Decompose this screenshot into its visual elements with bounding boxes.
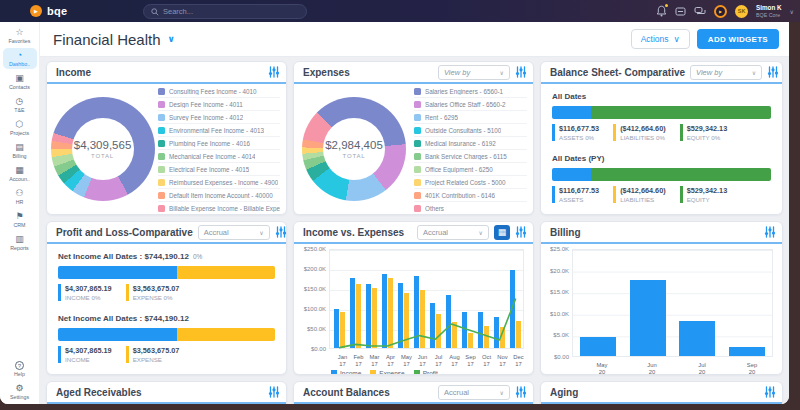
legend-item[interactable]: Project Related Costs - 5000 [414, 176, 527, 189]
sidebar-item-hr[interactable]: ⚇HR [3, 186, 37, 207]
table-view-toggle-icon[interactable]: ▦ [494, 225, 510, 240]
legend-item[interactable]: Reimbursed Expenses - Income - 4900 [158, 176, 280, 189]
bqe-app-icon[interactable]: ▶ [714, 5, 727, 18]
x-tick-label: May20 [577, 362, 627, 375]
sidebar-item-help[interactable]: ?Help [3, 359, 37, 379]
legend-item[interactable]: Mechanical Fee Income - 4014 [158, 150, 280, 163]
actions-button[interactable]: Actions∨ [631, 29, 690, 49]
user-menu[interactable]: Simon K BQE Core [756, 4, 782, 17]
section-percent: 0% [193, 253, 202, 260]
legend-item[interactable]: Default Item Income Account - 40000 [158, 189, 280, 202]
y-tick-label: $50.0K [307, 326, 326, 332]
legend-item[interactable]: Medical Insurance - 6192 [414, 137, 527, 150]
legend-swatch [414, 205, 421, 212]
sidebar-item-crm[interactable]: ⚑CRM [3, 209, 37, 230]
bqe-logo[interactable]: ▶ bqe [30, 5, 67, 17]
filter-icon[interactable] [515, 226, 527, 238]
legend-item[interactable]: Electrical Fee Income - 4015 [158, 163, 280, 176]
filter-icon[interactable] [275, 226, 287, 238]
legend-item[interactable]: Expense [370, 370, 404, 375]
legend-item[interactable]: Plumbing Fee Income - 4016 [158, 137, 280, 150]
filter-icon[interactable] [515, 386, 527, 398]
filter-icon[interactable] [767, 66, 779, 78]
page-title-chevron-icon[interactable]: ∨ [168, 34, 175, 44]
chevron-down-icon[interactable]: ∨ [790, 8, 794, 15]
expense-bar [404, 293, 409, 348]
section-stats: $4,307,865.19INCOME 0%$3,563,675.07EXPEN… [58, 284, 275, 301]
chevron-down-icon: ∨ [479, 229, 483, 236]
stat-item: $529,342.13EQUITY [680, 186, 728, 203]
legend-item[interactable]: Design Fee Income - 4011 [158, 98, 280, 111]
sidebar-item-accoun[interactable]: ▦Accoun.. [3, 163, 37, 184]
section-title: Net Income All Dates : $744,190.120% [58, 252, 275, 261]
card-reader-icon[interactable] [675, 6, 686, 17]
sidebar: ☆Favorites◔Dashbo..▣Contacts◷T&E⬡Project… [0, 22, 40, 404]
notifications-bell-icon[interactable] [656, 5, 667, 17]
bar-group [494, 317, 505, 348]
sidebar-item-t-e[interactable]: ◷T&E [3, 94, 37, 115]
bar-group [350, 278, 361, 348]
filter-icon[interactable] [268, 386, 280, 398]
y-tick-label: $150.0K [304, 286, 326, 292]
section-stats: $4,307,865.19INCOME$3,563,675.07EXPENSE [58, 346, 275, 363]
sidebar-item-projects[interactable]: ⬡Projects [3, 117, 37, 138]
avatar[interactable]: SK [735, 5, 748, 18]
sidebar-item-billing[interactable]: ▤Billing [3, 140, 37, 161]
legend-item[interactable]: Survey Fee Income - 4012 [158, 111, 280, 124]
legend-item[interactable]: Rent - 6295 [414, 111, 527, 124]
projects-icon: ⬡ [3, 119, 37, 129]
legend-item[interactable]: Salaries Office Staff - 6560-2 [414, 98, 527, 111]
stat-label: LIABILITIES [620, 196, 665, 203]
page-title: Financial Health [53, 31, 161, 48]
income-bar [430, 303, 435, 348]
sidebar-item-settings[interactable]: ⚙Settings [3, 381, 37, 402]
sidebar-item-favorites[interactable]: ☆Favorites [3, 25, 37, 46]
accrual-dropdown[interactable]: Accrual∨ [417, 225, 489, 240]
add-widgets-button[interactable]: ADD WIDGETS [697, 29, 779, 49]
legend-item[interactable]: Environmental Fee Income - 4013 [158, 124, 280, 137]
sidebar-item-reports[interactable]: ▥Reports [3, 232, 37, 253]
legend-item[interactable]: Income [331, 370, 361, 375]
filter-icon[interactable] [764, 226, 776, 238]
bar-group [462, 312, 473, 348]
sidebar-item-contacts[interactable]: ▣Contacts [3, 71, 37, 92]
legend-item[interactable]: Billable Expense Income - Billable Expe [158, 202, 280, 215]
bar-group [334, 309, 345, 348]
legend-item[interactable]: Consulting Fees Income - 4010 [158, 85, 280, 98]
balance-sheet-widget: Balance Sheet- Comparative View by∨ All … [540, 61, 783, 215]
accrual-dropdown[interactable]: Accrual∨ [438, 385, 510, 400]
legend-item[interactable]: Salaries Engineers - 6560-1 [414, 85, 527, 98]
legend-item[interactable]: Profit [414, 370, 438, 375]
x-tick-label: Feb17 [353, 354, 364, 368]
legend-item[interactable]: Bank Service Charges - 6115 [414, 150, 527, 163]
sidebar-item-label: Settings [3, 394, 37, 400]
legend-item[interactable]: Office Equipment - 6250 [414, 163, 527, 176]
gear-icon: ⚙ [3, 383, 37, 393]
legend-item[interactable]: Others [414, 202, 527, 215]
filter-icon[interactable] [268, 66, 280, 78]
legend-swatch [414, 192, 421, 199]
stat-item: $3,563,675.07EXPENSE [126, 346, 180, 363]
stat-value: ($412,664.60) [620, 186, 665, 195]
plot-area [572, 249, 773, 357]
legend-item[interactable]: Outside Consultants - 5100 [414, 124, 527, 137]
legend-label: Survey Fee Income - 4012 [169, 114, 243, 121]
chevron-down-icon: ∨ [674, 34, 680, 44]
billing-widget: Billing $25.0K$20.0K$15.0K$10.0K$5.0K$0.… [540, 221, 783, 375]
legend-item[interactable]: 401K Contribution - 6146 [414, 189, 527, 202]
view-by-dropdown[interactable]: View by∨ [690, 65, 762, 80]
messages-icon[interactable] [694, 6, 706, 17]
filter-icon[interactable] [764, 386, 776, 398]
accrual-dropdown[interactable]: Accrual∨ [198, 225, 270, 240]
filter-icon[interactable] [515, 66, 527, 78]
search-input[interactable]: Search... [143, 4, 307, 19]
main-area: Financial Health ∨ Actions∨ ADD WIDGETS … [40, 22, 789, 404]
dashboard-icon: ◔ [3, 50, 37, 60]
widget-title: Expenses [303, 67, 433, 78]
bar-group [382, 274, 393, 348]
comparative-section: Net Income All Dates : $744,190.12$4,307… [58, 314, 275, 363]
sidebar-item-dashbo[interactable]: ◔Dashbo.. [3, 48, 37, 69]
widget-title: Income vs. Expenses [303, 227, 412, 238]
expense-bar [356, 284, 361, 348]
view-by-dropdown[interactable]: View by∨ [438, 65, 510, 80]
